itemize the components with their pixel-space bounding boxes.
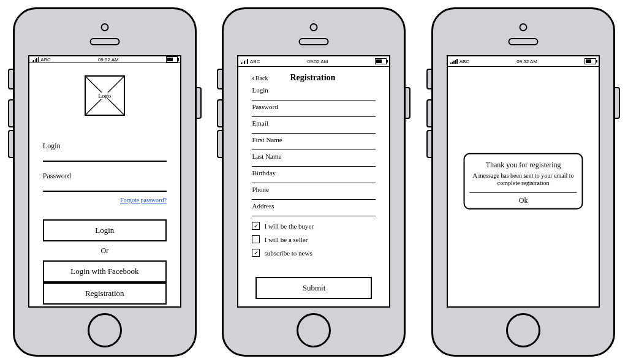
home-button[interactable] <box>297 313 331 347</box>
carrier-label: ABC <box>40 57 50 63</box>
mute-switch <box>217 69 223 89</box>
speaker <box>299 38 329 45</box>
page-title: Registration <box>249 73 376 83</box>
checkbox-icon <box>252 235 260 243</box>
battery-icon <box>375 58 387 64</box>
dialog-title: Thank you for registering <box>486 160 561 169</box>
battery-icon <box>166 56 178 63</box>
signal-icon <box>450 59 458 64</box>
front-camera <box>520 23 528 31</box>
ok-button[interactable]: Ok <box>519 192 528 208</box>
home-button[interactable] <box>506 313 540 347</box>
phone-confirmation: ABC 09:52 AM Thank you for registering A… <box>431 7 615 357</box>
or-divider: Or <box>43 246 167 256</box>
checkbox-buyer[interactable]: ✓ I will be the buyer <box>252 222 376 230</box>
wireframe-stage: ABC 09:52 AM Logo Login Password <box>0 0 628 364</box>
volume-up <box>426 99 433 127</box>
login-input[interactable] <box>43 151 167 162</box>
login-button[interactable]: Login <box>43 219 167 241</box>
volume-down <box>8 130 14 158</box>
carrier-label: ABC <box>250 59 260 64</box>
phone-login: ABC 09:52 AM Logo Login Password <box>13 7 197 357</box>
battery-icon <box>584 58 596 64</box>
email-input[interactable] <box>252 126 376 134</box>
screen-confirmation: ABC 09:52 AM Thank you for registering A… <box>447 55 600 308</box>
password-label: Password <box>43 172 167 181</box>
volume-down <box>217 130 223 158</box>
submit-button[interactable]: Submit <box>255 277 372 299</box>
checkbox-icon: ✓ <box>252 249 260 257</box>
login-label: Login <box>43 142 167 151</box>
login-input[interactable] <box>252 93 376 100</box>
checkbox-news[interactable]: ✓ subscribe to news <box>252 249 376 257</box>
logo-placeholder: Logo <box>85 75 125 116</box>
power-button <box>614 87 620 119</box>
status-bar: ABC 09:52 AM <box>29 56 180 63</box>
signal-icon <box>241 59 248 64</box>
home-button[interactable] <box>88 313 122 347</box>
front-camera <box>100 23 108 31</box>
speaker <box>509 38 539 45</box>
phone-registration: ABC 09:52 AM ‹ Back Registration Login P… <box>222 7 406 357</box>
speaker <box>89 38 119 45</box>
clock-label: 09:52 AM <box>516 59 537 64</box>
dialog-body: A message has been sent to your email to… <box>470 172 577 187</box>
phone-input[interactable] <box>252 192 376 200</box>
power-button <box>404 87 410 119</box>
screen-registration: ABC 09:52 AM ‹ Back Registration Login P… <box>237 55 390 308</box>
clock-label: 09:52 AM <box>98 57 119 63</box>
mute-switch <box>8 69 14 89</box>
volume-up <box>217 99 223 127</box>
volume-up <box>8 99 14 127</box>
signal-icon <box>32 57 39 62</box>
front-camera <box>310 23 318 31</box>
mute-switch <box>426 69 433 89</box>
screen-login: ABC 09:52 AM Logo Login Password <box>28 55 181 308</box>
registration-button[interactable]: Registration <box>43 282 167 305</box>
confirmation-dialog: Thank you for registering A message has … <box>464 153 583 209</box>
login-facebook-button[interactable]: Login with Facebook <box>43 260 167 282</box>
volume-down <box>426 130 433 158</box>
forgot-password-link[interactable]: Forgote password? <box>120 197 167 203</box>
clock-label: 09:52 AM <box>308 59 328 64</box>
status-bar: ABC 09:52 AM <box>238 56 389 67</box>
logo-text: Logo <box>97 93 112 99</box>
checkbox-icon: ✓ <box>252 222 260 230</box>
carrier-label: ABC <box>460 59 469 64</box>
password-input[interactable] <box>43 181 167 192</box>
checkbox-seller[interactable]: I will be a seller <box>252 235 376 243</box>
status-bar: ABC 09:52 AM <box>448 56 599 67</box>
power-button <box>195 87 202 119</box>
